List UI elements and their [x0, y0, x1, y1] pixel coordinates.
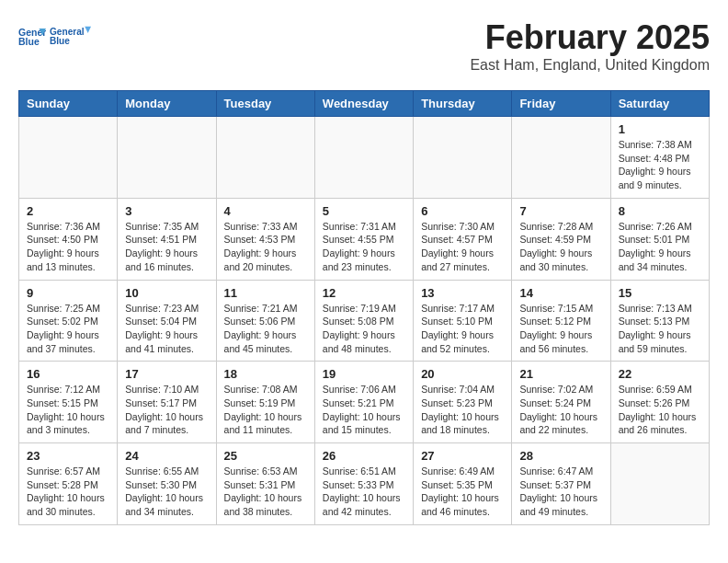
day-number: 16: [27, 367, 109, 381]
day-info: Sunrise: 7:35 AM Sunset: 4:51 PM Dayligh…: [125, 220, 208, 274]
day-info: Sunrise: 7:25 AM Sunset: 5:02 PM Dayligh…: [27, 302, 109, 356]
day-info: Sunrise: 6:51 AM Sunset: 5:33 PM Dayligh…: [323, 465, 405, 519]
day-info: Sunrise: 7:30 AM Sunset: 4:57 PM Dayligh…: [421, 220, 504, 274]
day-number: 28: [519, 449, 602, 463]
day-number: 8: [619, 204, 701, 218]
day-number: 17: [125, 367, 208, 381]
day-info: Sunrise: 7:13 AM Sunset: 5:13 PM Dayligh…: [619, 302, 701, 356]
day-number: 6: [421, 204, 504, 218]
week-row-4: 16Sunrise: 7:12 AM Sunset: 5:15 PM Dayli…: [19, 362, 710, 443]
day-info: Sunrise: 7:17 AM Sunset: 5:10 PM Dayligh…: [421, 302, 504, 356]
calendar-cell: [512, 117, 610, 199]
day-header-wednesday: Wednesday: [314, 91, 413, 117]
day-number: 2: [27, 204, 109, 218]
day-info: Sunrise: 6:57 AM Sunset: 5:28 PM Dayligh…: [27, 465, 109, 519]
day-info: Sunrise: 7:10 AM Sunset: 5:17 PM Dayligh…: [125, 383, 208, 437]
calendar-cell: 2Sunrise: 7:36 AM Sunset: 4:50 PM Daylig…: [19, 198, 118, 280]
calendar-cell: 25Sunrise: 6:53 AM Sunset: 5:31 PM Dayli…: [216, 443, 314, 525]
calendar-cell: 13Sunrise: 7:17 AM Sunset: 5:10 PM Dayli…: [414, 280, 512, 362]
calendar-subtitle: East Ham, England, United Kingdom: [470, 57, 710, 74]
calendar-body: 1Sunrise: 7:38 AM Sunset: 4:48 PM Daylig…: [19, 117, 710, 525]
day-number: 9: [27, 286, 109, 300]
day-number: 24: [125, 449, 208, 463]
calendar-header-row: SundayMondayTuesdayWednesdayThursdayFrid…: [19, 91, 710, 117]
day-info: Sunrise: 7:02 AM Sunset: 5:24 PM Dayligh…: [519, 383, 602, 437]
calendar-cell: 10Sunrise: 7:23 AM Sunset: 5:04 PM Dayli…: [118, 280, 216, 362]
day-header-thursday: Thursday: [414, 91, 512, 117]
day-number: 27: [421, 449, 504, 463]
svg-marker-5: [85, 27, 91, 33]
day-number: 20: [421, 367, 504, 381]
day-number: 12: [323, 286, 405, 300]
day-info: Sunrise: 7:04 AM Sunset: 5:23 PM Dayligh…: [421, 383, 504, 437]
logo-icon: General Blue: [18, 23, 46, 51]
calendar-cell: 21Sunrise: 7:02 AM Sunset: 5:24 PM Dayli…: [512, 362, 610, 443]
calendar-cell: 19Sunrise: 7:06 AM Sunset: 5:21 PM Dayli…: [314, 362, 413, 443]
calendar-cell: 20Sunrise: 7:04 AM Sunset: 5:23 PM Dayli…: [414, 362, 512, 443]
title-section: February 2025 East Ham, England, United …: [470, 18, 710, 74]
day-number: 5: [323, 204, 405, 218]
day-info: Sunrise: 7:23 AM Sunset: 5:04 PM Dayligh…: [125, 302, 208, 356]
week-row-5: 23Sunrise: 6:57 AM Sunset: 5:28 PM Dayli…: [19, 443, 710, 525]
day-info: Sunrise: 7:33 AM Sunset: 4:53 PM Dayligh…: [224, 220, 307, 274]
day-number: 10: [125, 286, 208, 300]
calendar-cell: 5Sunrise: 7:31 AM Sunset: 4:55 PM Daylig…: [314, 198, 413, 280]
logo-graphic: General Blue: [50, 18, 91, 55]
day-info: Sunrise: 7:21 AM Sunset: 5:06 PM Dayligh…: [224, 302, 307, 356]
day-number: 1: [619, 122, 701, 136]
day-number: 15: [619, 286, 701, 300]
calendar-cell: [610, 443, 709, 525]
calendar-cell: 3Sunrise: 7:35 AM Sunset: 4:51 PM Daylig…: [118, 198, 216, 280]
calendar-cell: 8Sunrise: 7:26 AM Sunset: 5:01 PM Daylig…: [610, 198, 709, 280]
calendar-table: SundayMondayTuesdayWednesdayThursdayFrid…: [18, 90, 710, 525]
day-number: 22: [619, 367, 701, 381]
calendar-cell: 14Sunrise: 7:15 AM Sunset: 5:12 PM Dayli…: [512, 280, 610, 362]
calendar-cell: 26Sunrise: 6:51 AM Sunset: 5:33 PM Dayli…: [314, 443, 413, 525]
calendar-title: February 2025: [470, 18, 710, 57]
svg-text:Blue: Blue: [18, 36, 40, 47]
day-number: 4: [224, 204, 307, 218]
day-info: Sunrise: 7:36 AM Sunset: 4:50 PM Dayligh…: [27, 220, 109, 274]
day-header-monday: Monday: [118, 91, 216, 117]
day-info: Sunrise: 7:28 AM Sunset: 4:59 PM Dayligh…: [519, 220, 602, 274]
day-header-sunday: Sunday: [19, 91, 118, 117]
calendar-cell: 28Sunrise: 6:47 AM Sunset: 5:37 PM Dayli…: [512, 443, 610, 525]
day-info: Sunrise: 7:19 AM Sunset: 5:08 PM Dayligh…: [323, 302, 405, 356]
day-number: 3: [125, 204, 208, 218]
day-number: 26: [323, 449, 405, 463]
day-number: 13: [421, 286, 504, 300]
day-info: Sunrise: 7:12 AM Sunset: 5:15 PM Dayligh…: [27, 383, 109, 437]
week-row-2: 2Sunrise: 7:36 AM Sunset: 4:50 PM Daylig…: [19, 198, 710, 280]
calendar-cell: 17Sunrise: 7:10 AM Sunset: 5:17 PM Dayli…: [118, 362, 216, 443]
day-info: Sunrise: 7:31 AM Sunset: 4:55 PM Dayligh…: [323, 220, 405, 274]
calendar-cell: 27Sunrise: 6:49 AM Sunset: 5:35 PM Dayli…: [414, 443, 512, 525]
svg-text:General: General: [50, 27, 85, 37]
day-info: Sunrise: 7:38 AM Sunset: 4:48 PM Dayligh…: [619, 138, 701, 192]
calendar-cell: [118, 117, 216, 199]
day-info: Sunrise: 7:06 AM Sunset: 5:21 PM Dayligh…: [323, 383, 405, 437]
calendar-cell: [414, 117, 512, 199]
day-number: 7: [519, 204, 602, 218]
day-number: 18: [224, 367, 307, 381]
calendar-cell: 7Sunrise: 7:28 AM Sunset: 4:59 PM Daylig…: [512, 198, 610, 280]
calendar-cell: [314, 117, 413, 199]
day-info: Sunrise: 6:49 AM Sunset: 5:35 PM Dayligh…: [421, 465, 504, 519]
calendar-cell: 24Sunrise: 6:55 AM Sunset: 5:30 PM Dayli…: [118, 443, 216, 525]
svg-text:Blue: Blue: [50, 36, 70, 46]
day-info: Sunrise: 6:47 AM Sunset: 5:37 PM Dayligh…: [519, 465, 602, 519]
day-number: 21: [519, 367, 602, 381]
day-info: Sunrise: 7:15 AM Sunset: 5:12 PM Dayligh…: [519, 302, 602, 356]
day-info: Sunrise: 6:53 AM Sunset: 5:31 PM Dayligh…: [224, 465, 307, 519]
calendar-cell: 4Sunrise: 7:33 AM Sunset: 4:53 PM Daylig…: [216, 198, 314, 280]
day-header-tuesday: Tuesday: [216, 91, 314, 117]
calendar-cell: 11Sunrise: 7:21 AM Sunset: 5:06 PM Dayli…: [216, 280, 314, 362]
day-info: Sunrise: 6:55 AM Sunset: 5:30 PM Dayligh…: [125, 465, 208, 519]
day-header-saturday: Saturday: [610, 91, 709, 117]
week-row-3: 9Sunrise: 7:25 AM Sunset: 5:02 PM Daylig…: [19, 280, 710, 362]
calendar-cell: 12Sunrise: 7:19 AM Sunset: 5:08 PM Dayli…: [314, 280, 413, 362]
day-number: 23: [27, 449, 109, 463]
week-row-1: 1Sunrise: 7:38 AM Sunset: 4:48 PM Daylig…: [19, 117, 710, 199]
calendar-cell: [216, 117, 314, 199]
day-number: 25: [224, 449, 307, 463]
calendar-cell: 6Sunrise: 7:30 AM Sunset: 4:57 PM Daylig…: [414, 198, 512, 280]
